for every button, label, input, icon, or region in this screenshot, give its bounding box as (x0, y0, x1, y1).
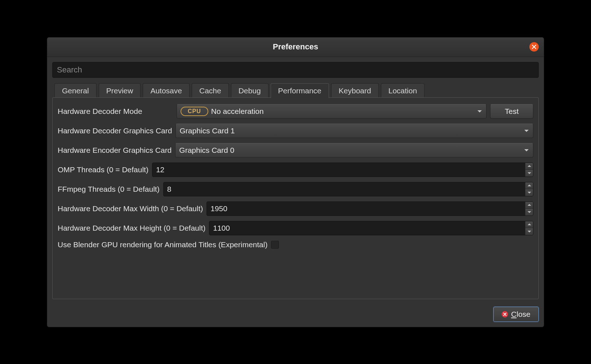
close-icon (532, 45, 536, 49)
spin-down-button[interactable] (525, 189, 533, 196)
spin-down-button[interactable] (525, 170, 533, 177)
combo-hw-decoder-mode-value: No acceleration (211, 107, 264, 116)
input-ffmpeg-threads[interactable] (164, 182, 525, 196)
spin-hw-decoder-max-height[interactable] (209, 221, 533, 235)
spin-down-button[interactable] (525, 228, 533, 235)
tab-autosave[interactable]: Autosave (143, 83, 190, 98)
chevron-up-icon (528, 185, 531, 186)
spin-up-button[interactable] (525, 182, 533, 190)
close-button[interactable]: Close (493, 307, 539, 322)
label-hw-decoder-mode: Hardware Decoder Mode (58, 107, 173, 116)
label-ffmpeg-threads: FFmpeg Threads (0 = Default) (58, 185, 160, 194)
chevron-up-icon (528, 204, 531, 206)
content-area: General Preview Autosave Cache Debug Per… (47, 57, 544, 302)
row-hw-decoder-max-width: Hardware Decoder Max Width (0 = Default) (58, 201, 533, 216)
chevron-down-icon (528, 192, 531, 194)
chevron-down-icon (528, 211, 531, 213)
spin-omp-threads[interactable] (152, 163, 533, 177)
tab-keyboard[interactable]: Keyboard (331, 83, 379, 98)
spin-buttons (525, 163, 533, 177)
spin-up-button[interactable] (525, 202, 533, 209)
row-blender-gpu: Use Blender GPU rendering for Animated T… (58, 240, 533, 249)
label-hw-decoder-max-width: Hardware Decoder Max Width (0 = Default) (58, 204, 203, 213)
preferences-window: Preferences General Preview Autosave Cac… (47, 37, 544, 327)
window-title: Preferences (273, 42, 318, 52)
chevron-down-icon (524, 149, 529, 151)
tab-performance[interactable]: Performance (271, 83, 329, 98)
titlebar: Preferences (47, 37, 544, 57)
row-ffmpeg-threads: FFmpeg Threads (0 = Default) (58, 182, 533, 196)
tab-general[interactable]: General (54, 83, 97, 98)
spin-buttons (525, 182, 533, 196)
chevron-down-icon (528, 172, 531, 174)
input-hw-decoder-max-height[interactable] (209, 221, 525, 235)
row-hw-decoder-mode: Hardware Decoder Mode CPU No acceleratio… (58, 104, 533, 119)
input-omp-threads[interactable] (152, 163, 525, 177)
tab-cache[interactable]: Cache (192, 83, 229, 98)
label-blender-gpu: Use Blender GPU rendering for Animated T… (58, 240, 267, 249)
chevron-up-icon (528, 165, 531, 167)
label-omp-threads: OMP Threads (0 = Default) (58, 165, 148, 174)
tab-location[interactable]: Location (381, 83, 425, 98)
spin-up-button[interactable] (525, 163, 533, 170)
cpu-badge: CPU (181, 107, 208, 116)
tab-preview[interactable]: Preview (99, 83, 141, 98)
row-hw-decoder-card: Hardware Decoder Graphics Card Graphics … (58, 124, 533, 138)
tab-body-performance: Hardware Decoder Mode CPU No acceleratio… (52, 97, 539, 299)
tabs: General Preview Autosave Cache Debug Per… (52, 83, 539, 98)
row-hw-decoder-max-height: Hardware Decoder Max Height (0 = Default… (58, 221, 533, 235)
test-button[interactable]: Test (490, 104, 533, 119)
close-circle-icon (502, 311, 508, 318)
chevron-down-icon (524, 130, 529, 132)
label-hw-encoder-card: Hardware Encoder Graphics Card (58, 146, 172, 155)
combo-hw-decoder-mode[interactable]: CPU No acceleration (177, 104, 486, 119)
spin-hw-decoder-max-width[interactable] (206, 201, 533, 216)
spin-down-button[interactable] (525, 209, 533, 216)
window-close-button[interactable] (529, 42, 539, 52)
combo-hw-decoder-card[interactable]: Graphics Card 1 (175, 124, 533, 138)
spin-up-button[interactable] (525, 221, 533, 228)
input-hw-decoder-max-width[interactable] (207, 202, 525, 216)
combo-hw-encoder-card-value: Graphics Card 0 (179, 146, 234, 155)
combo-hw-encoder-card[interactable]: Graphics Card 0 (175, 143, 533, 157)
chevron-up-icon (528, 223, 531, 225)
dialog-footer: Close (47, 302, 544, 327)
close-button-label: Close (511, 310, 530, 319)
row-omp-threads: OMP Threads (0 = Default) (58, 163, 533, 177)
spin-buttons (525, 221, 533, 235)
combo-hw-decoder-card-value: Graphics Card 1 (179, 126, 235, 135)
chevron-down-icon (528, 231, 531, 232)
label-hw-decoder-max-height: Hardware Decoder Max Height (0 = Default… (58, 224, 205, 232)
row-hw-encoder-card: Hardware Encoder Graphics Card Graphics … (58, 143, 533, 157)
tab-debug[interactable]: Debug (231, 83, 268, 98)
spin-ffmpeg-threads[interactable] (163, 182, 533, 196)
search-input[interactable] (52, 62, 539, 78)
chevron-down-icon (477, 110, 482, 112)
spin-buttons (525, 202, 533, 216)
checkbox-blender-gpu[interactable] (271, 241, 279, 249)
label-hw-decoder-card: Hardware Decoder Graphics Card (58, 126, 172, 135)
